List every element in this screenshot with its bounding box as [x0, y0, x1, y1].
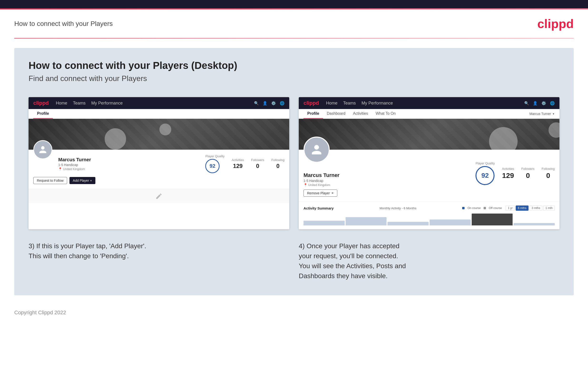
time-btn-3mths[interactable]: 3 mths: [529, 206, 542, 211]
add-player-button-1[interactable]: Add Player +: [69, 177, 95, 184]
player-info-2: Marcus Turner 1-5 Handicap 📍 United King…: [303, 157, 351, 197]
player-location-1: 📍 United Kingdom: [58, 167, 91, 171]
activity-section-2: Activity Summary Monthly Activity - 6 Mo…: [299, 201, 560, 229]
app-nav-links-1: Home Teams My Performance: [56, 101, 123, 106]
stat-followers-1: Followers 0: [251, 158, 264, 169]
action-buttons-1: Request to Follow Add Player +: [33, 177, 285, 184]
followers-value-2: 0: [521, 172, 535, 180]
banner-texture-1: [28, 119, 289, 150]
banner-circle-2: [159, 124, 171, 135]
stats-row-1: Player Quality 92 Activities 129 Followe…: [205, 154, 285, 173]
time-btn-1yr[interactable]: 1 yr: [506, 206, 515, 211]
quality-circle-1: 92: [205, 159, 220, 173]
nav-link-performance-1[interactable]: My Performance: [91, 101, 123, 106]
stat-following-2: Following 0: [542, 167, 555, 180]
search-icon-2[interactable]: 🔍: [524, 101, 529, 106]
remove-player-button[interactable]: Remove Player ✕: [303, 190, 337, 197]
activity-controls: On course Off course 1 yr 6 mths 3 mths …: [462, 206, 555, 211]
chart-bar-1: [303, 221, 345, 225]
footer: Copyright Clippd 2022: [0, 305, 588, 320]
time-btn-6mths[interactable]: 6 mths: [516, 206, 528, 211]
settings-icon-1[interactable]: ⚙️: [271, 101, 276, 106]
followers-label-1: Followers: [251, 158, 264, 162]
svg-point-1: [314, 145, 319, 150]
stat-quality-1: Player Quality 92: [205, 154, 225, 173]
location-pin-icon-1: 📍: [58, 167, 62, 171]
top-bar-accent: [0, 8, 588, 9]
following-label-1: Following: [271, 158, 285, 162]
user-icon-1[interactable]: 👤: [263, 101, 267, 106]
caption-text-2: 4) Once your Player has acceptedyour req…: [299, 241, 560, 281]
banner-circle-1: [105, 128, 126, 150]
profile-banner-2: [299, 119, 560, 150]
app-tab-bar-2: Profile Dashboard Activities What To On …: [299, 109, 560, 119]
caption-block-2: 4) Once your Player has acceptedyour req…: [299, 241, 560, 281]
caption-block-1: 3) If this is your Player tap, 'Add Play…: [28, 241, 289, 281]
tab-profile-1[interactable]: Profile: [33, 109, 53, 118]
globe-icon-2[interactable]: 🌐: [550, 101, 555, 106]
nav-link-teams-2[interactable]: Teams: [343, 101, 356, 106]
avatar-1: [33, 140, 52, 159]
activity-header-2: Activity Summary Monthly Activity - 6 Mo…: [303, 206, 555, 211]
nav-link-teams-1[interactable]: Teams: [73, 101, 86, 106]
main-content: How to connect with your Players (Deskto…: [14, 48, 574, 295]
activities-label-2: Activities: [502, 167, 514, 171]
profile-info-row-1: Marcus Turner 1-5 Handicap 📍 United King…: [33, 154, 285, 173]
quality-label-1: Player Quality: [205, 154, 225, 158]
nav-link-home-1[interactable]: Home: [56, 101, 67, 106]
player-name-1: Marcus Turner: [58, 157, 91, 162]
edit-icon-area-1: [28, 189, 289, 203]
player-info-1: Marcus Turner 1-5 Handicap 📍 United King…: [58, 157, 91, 171]
nav-link-performance-2[interactable]: My Performance: [362, 101, 393, 106]
search-icon-1[interactable]: 🔍: [254, 101, 259, 106]
time-btn-1mth[interactable]: 1 mth: [543, 206, 555, 211]
nav-link-home-2[interactable]: Home: [326, 101, 337, 106]
stat-followers-2: Followers 0: [521, 167, 535, 180]
player-handicap-2: 1-5 Handicap: [303, 179, 351, 183]
stat-following-1: Following 0: [271, 158, 285, 169]
app-ui-1: clippd Home Teams My Performance 🔍 👤 ⚙️ …: [28, 97, 289, 203]
edit-icon-1: [155, 193, 163, 200]
globe-icon-1[interactable]: 🌐: [280, 101, 285, 106]
activities-label-1: Activities: [232, 158, 244, 162]
chart-bar-5: [472, 214, 513, 225]
page-subheading: Find and connect with your Players: [28, 74, 560, 83]
tab-what-to-on-2[interactable]: What To On: [372, 109, 399, 118]
activities-value-2: 129: [502, 172, 514, 180]
stat-activities-1: Activities 129: [232, 158, 244, 169]
following-value-2: 0: [542, 172, 555, 180]
follow-button-1[interactable]: Request to Follow: [33, 177, 67, 184]
player-name-2: Marcus Turner: [303, 172, 351, 178]
tab-profile-2[interactable]: Profile: [303, 109, 323, 118]
following-label-2: Following: [542, 167, 555, 171]
settings-icon-2[interactable]: ⚙️: [541, 101, 546, 106]
copyright-text: Copyright Clippd 2022: [14, 309, 66, 316]
avatar-icon-1: [38, 144, 48, 155]
stat-activities-2: Activities 129: [502, 167, 514, 180]
following-value-1: 0: [271, 163, 285, 169]
screenshot-1: clippd Home Teams My Performance 🔍 👤 ⚙️ …: [28, 97, 289, 229]
captions-row: 3) If this is your Player tap, 'Add Play…: [28, 241, 560, 281]
tab-activities-2[interactable]: Activities: [349, 109, 372, 118]
header-divider: [14, 38, 574, 39]
app-tab-bar-1: Profile: [28, 109, 289, 119]
activity-title-2: Activity Summary: [303, 206, 334, 210]
header: How to connect with your Players clippd: [0, 9, 588, 38]
screenshot-2: clippd Home Teams My Performance 🔍 👤 ⚙️ …: [299, 97, 560, 229]
page-heading: How to connect with your Players (Deskto…: [28, 60, 560, 71]
activities-value-1: 129: [232, 163, 244, 169]
svg-point-0: [41, 146, 45, 150]
app-navbar-2: clippd Home Teams My Performance 🔍 👤 ⚙️ …: [299, 97, 560, 109]
close-icon-remove: ✕: [331, 192, 334, 195]
quality-label-2: Player Quality: [476, 161, 495, 165]
profile-info-section-2: Marcus Turner 1-5 Handicap 📍 United King…: [299, 150, 560, 201]
app-logo-2: clippd: [303, 100, 319, 106]
player-selector-2[interactable]: Marcus Turner ▼: [529, 109, 555, 118]
player-location-2: 📍 United Kingdom: [303, 183, 351, 187]
user-icon-2[interactable]: 👤: [533, 101, 537, 106]
caption-text-1: 3) If this is your Player tap, 'Add Play…: [28, 241, 289, 261]
chart-placeholder-2: [303, 214, 555, 225]
off-course-dot: [484, 207, 486, 209]
on-course-dot: [462, 207, 465, 209]
tab-dashboard-2[interactable]: Dashboard: [323, 109, 349, 118]
